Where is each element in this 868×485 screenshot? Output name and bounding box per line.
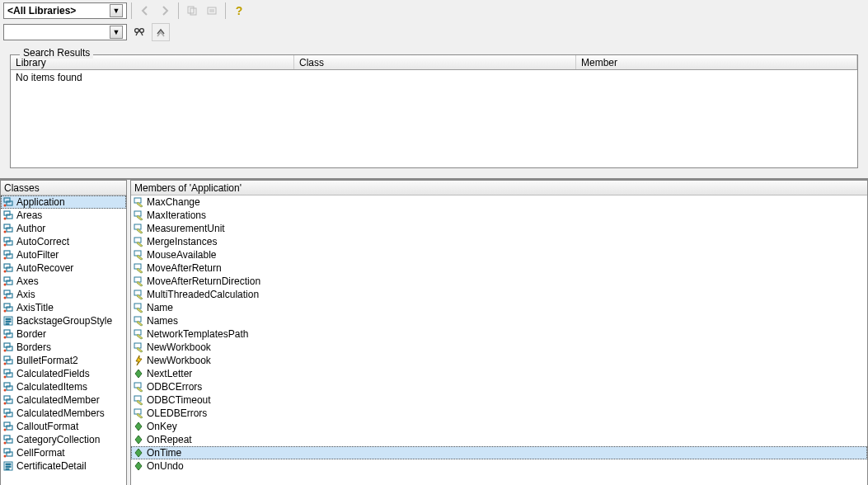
list-item[interactable]: NewWorkbook — [131, 354, 867, 367]
list-item[interactable]: AutoRecover — [1, 261, 126, 275]
svg-rect-69 — [6, 469, 9, 470]
back-button[interactable] — [136, 2, 154, 20]
library-filter-dropdown[interactable]: <All Libraries> ▼ — [3, 2, 127, 19]
property-icon — [133, 394, 144, 406]
members-list[interactable]: MaxChangeMaxIterationsMeasurementUnitMer… — [131, 195, 867, 485]
class-icon — [2, 328, 14, 340]
search-dropdown[interactable]: ▼ — [3, 24, 127, 40]
list-item[interactable]: MaxChange — [131, 195, 867, 209]
list-item[interactable]: OnRepeat — [131, 433, 867, 446]
list-item[interactable]: OnKey — [131, 420, 867, 433]
list-item-label: OnKey — [147, 421, 177, 432]
svg-point-19 — [4, 257, 7, 260]
help-icon[interactable]: ? — [230, 2, 248, 20]
list-item[interactable]: CalculatedMember — [1, 393, 126, 407]
class-icon — [2, 381, 14, 393]
list-item-label: Border — [16, 328, 46, 340]
list-item[interactable]: Axes — [1, 275, 126, 288]
toolbar-row-1: <All Libraries> ▼ ? — [0, 0, 868, 21]
list-item[interactable]: Border — [1, 327, 126, 341]
chevron-down-icon[interactable]: ▼ — [110, 4, 123, 17]
svg-point-38 — [4, 337, 7, 339]
list-item[interactable]: OnUndo — [131, 459, 867, 473]
list-item-label: MultiThreadedCalculation — [147, 289, 259, 300]
col-header-class[interactable]: Class — [294, 55, 576, 69]
class-icon — [2, 289, 14, 300]
list-item[interactable]: ODBCTimeout — [131, 393, 867, 407]
search-results-panel: Search Results Library Class Member No i… — [7, 46, 861, 172]
toggle-results-button[interactable] — [152, 23, 170, 41]
list-item-label: OLEDBErrors — [147, 407, 207, 419]
enum-icon — [2, 460, 14, 472]
library-filter-value: <All Libraries> — [7, 5, 110, 16]
list-item[interactable]: CategoryCollection — [1, 433, 126, 446]
list-item[interactable]: NetworkTemplatesPath — [131, 327, 867, 341]
property-icon — [133, 315, 144, 327]
list-item-label: Names — [147, 315, 178, 327]
list-item[interactable]: BackstageGroupStyle — [1, 314, 126, 327]
svg-rect-2 — [208, 7, 216, 14]
list-item[interactable]: ODBCErrors — [131, 380, 867, 393]
list-item[interactable]: CellFormat — [1, 446, 126, 459]
svg-rect-34 — [6, 321, 11, 323]
list-item-label: CalculatedItems — [16, 381, 87, 393]
list-item-label: Areas — [16, 210, 42, 221]
list-item[interactable]: CalculatedFields — [1, 367, 126, 380]
class-icon — [2, 223, 14, 234]
list-item[interactable]: AutoFilter — [1, 248, 126, 261]
list-item-label: MoveAfterReturnDirection — [147, 275, 260, 287]
list-item[interactable]: Name — [131, 301, 867, 314]
property-icon — [133, 302, 144, 313]
list-item[interactable]: MoveAfterReturn — [131, 261, 867, 275]
list-item[interactable]: OnTime — [131, 446, 867, 459]
list-item[interactable]: MouseAvailable — [131, 248, 867, 261]
property-icon — [133, 328, 144, 340]
list-item[interactable]: CalculatedItems — [1, 380, 126, 393]
list-item[interactable]: NewWorkbook — [131, 341, 867, 354]
list-item[interactable]: MaxIterations — [131, 209, 867, 222]
list-item[interactable]: Names — [131, 314, 867, 327]
method-icon — [133, 447, 144, 459]
class-icon — [2, 407, 14, 419]
list-item-label: NextLetter — [147, 368, 192, 379]
list-item-label: AutoFilter — [16, 249, 59, 261]
class-icon — [2, 262, 14, 274]
list-item[interactable]: AutoCorrect — [1, 235, 126, 248]
list-item-label: Application — [16, 196, 65, 208]
list-item-label: CalloutFormat — [16, 421, 78, 432]
svg-point-31 — [4, 310, 7, 313]
list-item[interactable]: NextLetter — [131, 367, 867, 380]
forward-button[interactable] — [156, 2, 174, 20]
list-item[interactable]: CalloutFormat — [1, 420, 126, 433]
list-item-label: CellFormat — [16, 447, 65, 459]
list-item-label: MergeInstances — [147, 236, 217, 247]
list-item[interactable]: OLEDBErrors — [131, 407, 867, 420]
property-icon — [133, 249, 144, 261]
list-item[interactable]: Borders — [1, 341, 126, 354]
svg-point-65 — [4, 455, 7, 458]
svg-point-7 — [4, 205, 7, 207]
list-item[interactable]: MultiThreadedCalculation — [131, 288, 867, 301]
col-header-member[interactable]: Member — [576, 55, 857, 69]
list-item[interactable]: CalculatedMembers — [1, 407, 126, 420]
list-item[interactable]: MergeInstances — [131, 235, 867, 248]
chevron-down-icon[interactable]: ▼ — [110, 26, 123, 39]
property-icon — [133, 236, 144, 247]
classes-list[interactable]: ApplicationAreasAuthorAutoCorrectAutoFil… — [1, 195, 126, 485]
class-icon — [2, 421, 14, 432]
list-item-label: CalculatedFields — [16, 368, 90, 379]
class-icon — [2, 196, 14, 208]
list-item[interactable]: AxisTitle — [1, 301, 126, 314]
search-button[interactable] — [130, 23, 148, 41]
list-item[interactable]: MoveAfterReturnDirection — [131, 275, 867, 288]
copy-icon[interactable] — [183, 2, 201, 20]
list-item[interactable]: CertificateDetail — [1, 459, 126, 473]
view-definition-icon[interactable] — [203, 2, 221, 20]
list-item[interactable]: Author — [1, 222, 126, 235]
list-item[interactable]: Application — [1, 195, 126, 209]
list-item[interactable]: BulletFormat2 — [1, 354, 126, 367]
list-item[interactable]: Areas — [1, 209, 126, 222]
list-item[interactable]: Axis — [1, 288, 126, 301]
class-icon — [2, 434, 14, 445]
list-item[interactable]: MeasurementUnit — [131, 222, 867, 235]
